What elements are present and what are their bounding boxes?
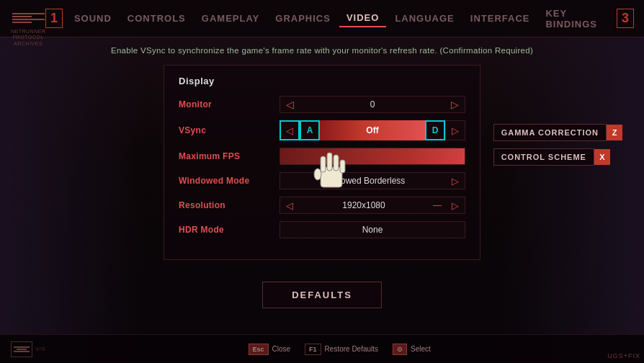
content-area: Enable VSync to synchronize the game's f… xyxy=(0,37,644,334)
close-key: Esc xyxy=(249,344,269,355)
top-nav: NETRUNNERPROTOCOLARCHIVES 1 SOUND CONTRO… xyxy=(0,0,644,37)
hdr-value: None xyxy=(362,225,383,235)
vsync-d-button[interactable]: D xyxy=(425,120,445,140)
resolution-next-button[interactable]: ▷ xyxy=(446,200,465,211)
defaults-btn-area: DEFAULTS xyxy=(262,282,382,308)
nav-item-language[interactable]: LANGUAGE xyxy=(388,10,461,27)
fps-slider[interactable] xyxy=(279,148,465,165)
vsync-right-button[interactable]: ▷ xyxy=(445,120,465,140)
restore-defaults-action[interactable]: F1 Restore Defaults xyxy=(305,344,378,355)
nav-item-keybindings[interactable]: KEY BINDINGS xyxy=(538,5,612,32)
nav-bracket-left: 1 xyxy=(45,9,63,28)
monitor-control: ◁ 0 ▷ xyxy=(279,95,465,114)
windowed-next-button[interactable]: ▷ xyxy=(446,176,465,187)
fps-control[interactable] xyxy=(279,147,465,166)
fps-fill xyxy=(280,148,465,164)
hdr-label: HDR Mode xyxy=(179,225,279,235)
vsync-a-button[interactable]: A xyxy=(300,120,320,140)
nav-item-controls[interactable]: CONTROLS xyxy=(120,10,193,27)
hdr-control: None xyxy=(279,220,465,239)
main-container: NETRUNNERPROTOCOLARCHIVES 1 SOUND CONTRO… xyxy=(0,0,644,363)
resolution-control: ◁ 1920x1080 — ▷ xyxy=(279,196,465,215)
gamma-correction-label: GAMMA CORRECTION xyxy=(493,124,607,141)
control-scheme-label: CONTROL SCHEME xyxy=(493,148,594,166)
right-buttons: GAMMA CORRECTION Z CONTROL SCHEME X xyxy=(493,124,622,166)
monitor-label: Monitor xyxy=(179,99,279,109)
nav-item-sound[interactable]: SOUND xyxy=(67,10,119,27)
gamma-correction-key: Z xyxy=(607,125,622,140)
vsync-label: VSync xyxy=(179,125,279,135)
bottom-left-text: V/S xyxy=(35,346,45,352)
nav-bracket-right: 3 xyxy=(617,9,634,28)
bottom-center: Esc Close F1 Restore Defaults ⊙ Select xyxy=(45,344,633,355)
monitor-next-button[interactable]: ▷ xyxy=(445,99,465,110)
vsync-bar: Off xyxy=(320,120,425,140)
select-action[interactable]: ⊙ Select xyxy=(393,344,431,355)
windowed-value: Windowed Borderless xyxy=(280,176,446,186)
windowed-control: Windowed Borderless ▷ xyxy=(279,171,465,190)
setting-row-monitor: Monitor ◁ 0 ▷ xyxy=(179,95,465,114)
close-action[interactable]: Esc Close xyxy=(249,344,291,355)
gamma-correction-button[interactable]: GAMMA CORRECTION Z xyxy=(493,124,622,141)
control-scheme-key: X xyxy=(594,149,610,165)
setting-row-hdr: HDR Mode None xyxy=(179,220,465,239)
bottom-logo xyxy=(11,341,32,357)
windowed-label: Windowed Mode xyxy=(179,176,279,186)
settings-panel: Display Monitor ◁ 0 ▷ VSync xyxy=(164,65,480,260)
nav-item-interface[interactable]: INTERFACE xyxy=(463,10,537,27)
nav-item-video[interactable]: VIDEO xyxy=(339,9,386,27)
monitor-arrow-control: ◁ 0 ▷ xyxy=(279,96,465,113)
vsync-value: Off xyxy=(366,125,378,135)
close-label: Close xyxy=(272,345,291,353)
nav-item-graphics[interactable]: GRAPHICS xyxy=(268,10,338,27)
resolution-control-inner: ◁ 1920x1080 — ▷ xyxy=(279,197,465,214)
vsync-control: ◁ A Off D ▷ xyxy=(279,120,465,141)
watermark: UGS+FIX xyxy=(607,352,640,359)
select-label: Select xyxy=(411,345,431,353)
hdr-control-inner: None xyxy=(279,221,465,238)
setting-row-fps: Maximum FPS xyxy=(179,147,465,166)
setting-row-vsync: VSync ◁ A Off D ▷ xyxy=(179,120,465,141)
bottom-bar: V/S Esc Close F1 Restore Defaults ⊙ Sele… xyxy=(0,334,644,363)
restore-key: F1 xyxy=(305,344,321,355)
restore-label: Restore Defaults xyxy=(325,345,378,353)
vsync-control-inner: ◁ A Off D ▷ xyxy=(279,120,465,140)
resolution-label: Resolution xyxy=(179,200,279,210)
monitor-value: 0 xyxy=(300,99,445,109)
control-scheme-button[interactable]: CONTROL SCHEME X xyxy=(493,148,622,166)
nav-item-gameplay[interactable]: GAMEPLAY xyxy=(194,10,267,27)
section-title: Display xyxy=(179,76,465,86)
resolution-prev-button[interactable]: ◁ xyxy=(280,200,299,211)
vsync-left-button[interactable]: ◁ xyxy=(279,120,300,140)
select-key: ⊙ xyxy=(393,344,407,355)
hint-text: Enable VSync to synchronize the game's f… xyxy=(111,46,533,55)
fps-label: Maximum FPS xyxy=(179,151,279,161)
defaults-button[interactable]: DEFAULTS xyxy=(262,282,382,308)
windowed-control-inner: Windowed Borderless ▷ xyxy=(279,172,465,189)
bottom-left: V/S xyxy=(11,341,45,357)
logo-icon xyxy=(12,7,45,29)
monitor-prev-button[interactable]: ◁ xyxy=(280,99,300,110)
resolution-dash: — xyxy=(429,200,446,210)
setting-row-resolution: Resolution ◁ 1920x1080 — ▷ xyxy=(179,196,465,215)
resolution-value: 1920x1080 xyxy=(299,200,429,210)
setting-row-windowed: Windowed Mode Windowed Borderless ▷ xyxy=(179,171,465,190)
